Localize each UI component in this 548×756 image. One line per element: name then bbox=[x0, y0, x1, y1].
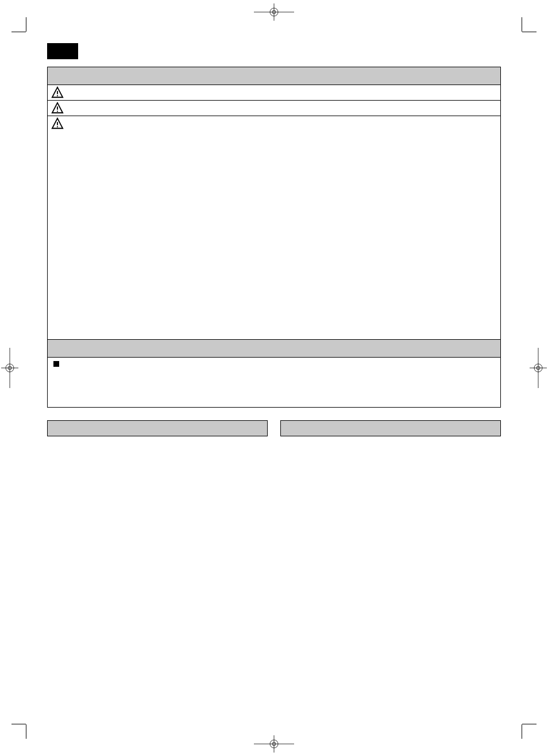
warning-row bbox=[48, 116, 500, 340]
registration-mark-icon bbox=[254, 735, 294, 753]
crop-mark bbox=[11, 724, 26, 724]
crop-mark bbox=[11, 32, 26, 32]
square-bullet-icon bbox=[53, 361, 59, 367]
svg-point-17 bbox=[57, 95, 58, 96]
section-heading bbox=[48, 340, 500, 358]
registration-mark-icon bbox=[254, 3, 294, 21]
crop-mark bbox=[522, 724, 522, 739]
registration-mark-icon bbox=[1, 348, 18, 388]
column-heading bbox=[47, 420, 268, 436]
column-heading bbox=[280, 420, 501, 436]
crop-mark bbox=[26, 17, 26, 32]
warning-triangle-icon bbox=[51, 117, 64, 130]
crop-mark bbox=[522, 17, 522, 32]
right-column bbox=[280, 420, 501, 449]
registration-mark-icon bbox=[530, 348, 547, 388]
warning-triangle-icon bbox=[51, 102, 64, 114]
page-tab bbox=[47, 43, 78, 59]
column-body bbox=[280, 436, 501, 449]
warning-triangle-icon bbox=[51, 86, 64, 99]
section-heading bbox=[48, 67, 500, 85]
warning-row bbox=[48, 101, 500, 116]
warning-box bbox=[47, 67, 501, 408]
print-sheet bbox=[0, 0, 548, 756]
warning-row bbox=[48, 85, 500, 101]
crop-mark bbox=[26, 724, 26, 739]
crop-mark bbox=[522, 32, 537, 32]
left-column bbox=[47, 420, 268, 449]
svg-point-19 bbox=[57, 110, 58, 112]
two-column-area bbox=[47, 420, 501, 449]
svg-point-21 bbox=[57, 126, 58, 127]
column-body bbox=[47, 436, 268, 449]
crop-mark bbox=[522, 724, 537, 724]
note-row bbox=[48, 358, 500, 407]
page-content bbox=[47, 43, 501, 449]
